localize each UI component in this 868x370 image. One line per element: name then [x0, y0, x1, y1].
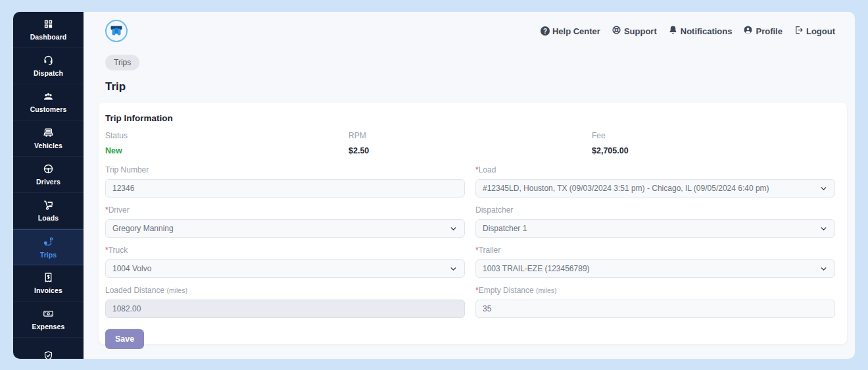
- empty-distance-field: *Empty Distance (miles): [475, 286, 835, 318]
- lifebuoy-icon: [612, 25, 621, 37]
- expenses-money-icon: [43, 308, 54, 319]
- logout-icon: [794, 25, 804, 37]
- sidebar-item-label: Customers: [30, 105, 67, 113]
- sidebar-item-label: Invoices: [34, 286, 62, 294]
- fee-value: $2,705.00: [592, 146, 835, 155]
- empty-distance-input[interactable]: [475, 300, 835, 318]
- sidebar-item-customers[interactable]: Customers: [13, 84, 84, 120]
- load-select[interactable]: #12345LD, Houston, TX (09/03/2024 3:51 p…: [475, 179, 835, 198]
- load-field: *Load #12345LD, Houston, TX (09/03/2024 …: [475, 165, 835, 198]
- dispatcher-select[interactable]: Dispatcher 1: [475, 219, 835, 238]
- fee-label: Fee: [592, 131, 835, 140]
- trip-info-summary: Status New RPM $2.50 Fee $2,705.00: [105, 131, 835, 155]
- driver-field: *Driver Gregory Manning: [105, 205, 465, 238]
- notifications-link[interactable]: Notifications: [668, 25, 733, 37]
- trips-route-icon: [43, 236, 54, 248]
- profile-label: Profile: [756, 26, 782, 36]
- drivers-steering-wheel-icon: [43, 163, 54, 174]
- bell-icon: [668, 25, 678, 37]
- sidebar-item-expenses[interactable]: Expenses: [13, 302, 84, 338]
- sidebar-item-safety[interactable]: [13, 338, 84, 359]
- chevron-down-icon: [449, 265, 458, 273]
- trip-information-card: Trip Information Status New RPM $2.50 Fe…: [99, 103, 847, 344]
- sidebar-item-drivers[interactable]: Drivers: [13, 157, 84, 193]
- support-label: Support: [624, 26, 657, 36]
- sidebar-item-label: Dispatch: [34, 69, 63, 77]
- vehicles-truck-icon: [43, 127, 54, 138]
- chevron-down-icon: [449, 225, 458, 233]
- top-bar: ? Help Center Support Notifications Prof…: [84, 12, 855, 50]
- sidebar-item-trips[interactable]: Trips: [13, 229, 84, 265]
- help-center-link[interactable]: ? Help Center: [541, 26, 600, 36]
- logo-t-icon: [108, 23, 124, 39]
- invoices-receipt-icon: [43, 272, 54, 283]
- dispatch-headset-icon: [43, 55, 54, 66]
- sidebar-item-dispatch[interactable]: Dispatch: [13, 48, 84, 84]
- truck-select-value: 1004 Volvo: [112, 264, 151, 273]
- rpm-column: RPM $2.50: [349, 131, 592, 155]
- trip-number-input[interactable]: [105, 179, 465, 198]
- chevron-down-icon: [819, 225, 828, 233]
- sidebar-item-label: Drivers: [36, 178, 60, 186]
- person-circle-icon: [743, 25, 753, 37]
- shield-check-icon: [43, 350, 54, 359]
- trailer-select-value: 1003 TRAIL-EZE (123456789): [483, 264, 590, 273]
- notifications-label: Notifications: [681, 26, 733, 36]
- sidebar-item-dashboard[interactable]: Dashboard: [13, 12, 84, 48]
- rpm-value: $2.50: [349, 146, 592, 155]
- trailer-field: *Trailer 1003 TRAIL-EZE (123456789): [475, 246, 835, 278]
- truck-select[interactable]: 1004 Volvo: [105, 259, 465, 278]
- save-button[interactable]: Save: [105, 329, 144, 349]
- dispatcher-select-value: Dispatcher 1: [483, 224, 527, 233]
- logout-link[interactable]: Logout: [794, 25, 835, 37]
- page-title: Trip: [105, 80, 855, 93]
- status-column: Status New: [105, 131, 349, 155]
- dispatcher-label: Dispatcher: [475, 205, 835, 215]
- help-circle-icon: ?: [541, 26, 550, 36]
- truck-label: *Truck: [105, 246, 465, 255]
- driver-select-value: Gregory Manning: [112, 224, 174, 233]
- sidebar-item-label: Vehicles: [34, 142, 62, 149]
- sidebar-item-label: Trips: [40, 251, 57, 259]
- driver-label: *Driver: [105, 205, 465, 215]
- truck-field: *Truck 1004 Volvo: [105, 246, 465, 278]
- rpm-label: RPM: [349, 131, 592, 140]
- main-area: ? Help Center Support Notifications Prof…: [84, 12, 855, 359]
- loaded-distance-input: [105, 300, 465, 318]
- sidebar-item-vehicles[interactable]: Vehicles: [13, 120, 84, 157]
- dispatcher-field: Dispatcher Dispatcher 1: [475, 205, 835, 238]
- support-link[interactable]: Support: [612, 25, 657, 37]
- chevron-down-icon: [819, 265, 828, 273]
- trip-form: Trip Number *Load #12345LD, Houston, TX …: [105, 165, 835, 326]
- loaded-distance-field: Loaded Distance (miles): [105, 286, 465, 318]
- section-title: Trip Information: [105, 113, 835, 123]
- top-links: ? Help Center Support Notifications Prof…: [541, 25, 835, 37]
- trip-number-field: Trip Number: [105, 165, 465, 198]
- breadcrumb: Trips: [84, 50, 855, 70]
- load-select-value: #12345LD, Houston, TX (09/03/2024 3:51 p…: [483, 184, 769, 193]
- load-label: *Load: [475, 165, 835, 174]
- trailer-select[interactable]: 1003 TRAIL-EZE (123456789): [475, 259, 835, 278]
- empty-distance-label: *Empty Distance (miles): [475, 286, 835, 295]
- app-logo[interactable]: [105, 20, 128, 42]
- breadcrumb-trips-chip[interactable]: Trips: [105, 55, 139, 70]
- app-window: Dashboard Dispatch Customers Vehicles Dr…: [13, 12, 855, 359]
- loaded-distance-label: Loaded Distance (miles): [105, 286, 465, 295]
- status-value: New: [105, 146, 349, 155]
- status-label: Status: [105, 131, 349, 140]
- sidebar-item-label: Loads: [38, 214, 59, 222]
- sidebar-item-invoices[interactable]: Invoices: [13, 265, 84, 302]
- help-center-label: Help Center: [552, 26, 600, 36]
- fee-column: Fee $2,705.00: [592, 131, 835, 155]
- loads-dolly-icon: [43, 199, 54, 211]
- profile-link[interactable]: Profile: [743, 25, 782, 37]
- trailer-label: *Trailer: [475, 246, 835, 255]
- dashboard-icon: [43, 18, 54, 30]
- sidebar-item-loads[interactable]: Loads: [13, 193, 84, 229]
- trip-number-label: Trip Number: [105, 165, 465, 174]
- logout-label: Logout: [806, 26, 835, 36]
- driver-select[interactable]: Gregory Manning: [105, 219, 465, 238]
- sidebar-item-label: Expenses: [32, 323, 65, 330]
- sidebar-item-label: Dashboard: [30, 33, 67, 41]
- sidebar: Dashboard Dispatch Customers Vehicles Dr…: [13, 12, 84, 359]
